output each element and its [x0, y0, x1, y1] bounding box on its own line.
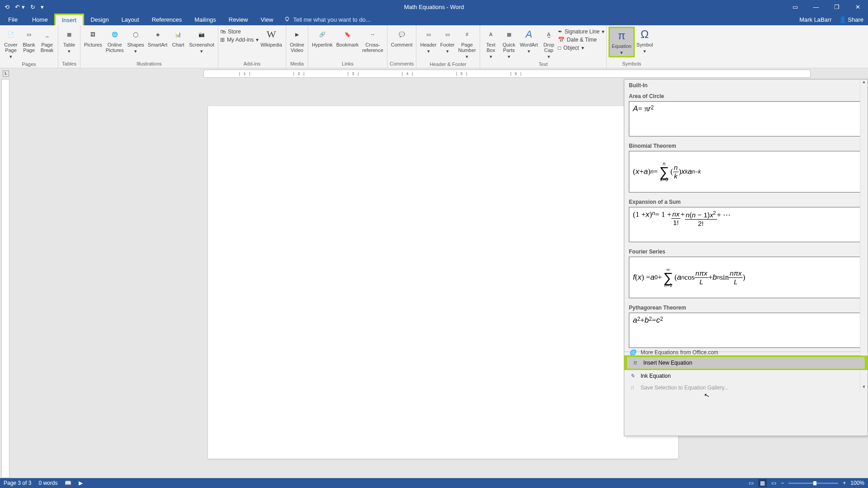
tab-insert[interactable]: Insert	[54, 14, 85, 25]
ribbon-options-icon[interactable]: ▭	[785, 4, 806, 10]
shapes-icon: ◯	[128, 28, 143, 41]
tab-review[interactable]: Review	[222, 14, 255, 25]
screenshot-button[interactable]: 📷Screenshot▾	[187, 27, 216, 55]
web-layout-icon[interactable]: ▭	[771, 480, 776, 486]
equation-button[interactable]: πEquation▾	[609, 27, 634, 57]
bookmark-button[interactable]: 🔖Bookmark	[335, 27, 361, 48]
wikipedia-icon: W	[264, 28, 278, 41]
equation-item-name: Fourier Series	[624, 246, 868, 256]
equation-item[interactable]: f(x) = a0 + ∞∑n=1 (an cos nπxL + bn sin …	[629, 257, 863, 298]
more-equations-button[interactable]: 🌐 More Equations from Office.com ▸	[624, 349, 868, 356]
signature-line-button[interactable]: ✒Signature Line ▾	[558, 28, 604, 35]
tab-references[interactable]: References	[146, 14, 188, 25]
hyperlink-button[interactable]: 🔗Hyperlink	[310, 27, 335, 48]
tab-mailings[interactable]: Mailings	[188, 14, 222, 25]
page-break-button[interactable]: ⎯Page Break	[38, 27, 56, 54]
equation-item[interactable]: a2 + b2 = c2	[629, 313, 863, 348]
equation-item[interactable]: (1 + x)n = 1 + nx1! + n(n − 1)x22! + ⋯	[629, 207, 863, 242]
wordart-icon: A	[522, 28, 536, 41]
wordart-button[interactable]: AWordArt▾	[518, 27, 540, 55]
tab-home[interactable]: Home	[26, 14, 54, 25]
cover-page-button[interactable]: 📄Cover Page▾	[2, 27, 20, 60]
pictures-button[interactable]: 🖼Pictures	[82, 27, 104, 48]
text-box-button[interactable]: AText Box▾	[482, 27, 500, 60]
tab-file[interactable]: File	[0, 14, 26, 25]
restore-button[interactable]: ❐	[826, 4, 847, 10]
close-button[interactable]: ✕	[847, 4, 868, 10]
user-name[interactable]: Mark LaBarr	[799, 16, 832, 23]
footer-button[interactable]: ▭Footer▾	[439, 27, 457, 55]
horizontal-ruler[interactable]: | 1 || 2 || 3 || 4 || 5 || 6 |	[203, 70, 811, 78]
addins-icon: ⊞	[220, 37, 225, 43]
ink-equation-button[interactable]: ✎ Ink Equation	[624, 370, 868, 382]
undo-icon[interactable]: ↶ ▾	[15, 4, 25, 10]
chart-button[interactable]: 📊Chart	[169, 27, 187, 48]
zoom-out-button[interactable]: −	[781, 480, 784, 486]
ribbon-tabs: File Home Insert Design Layout Reference…	[0, 14, 868, 25]
symbol-button[interactable]: ΩSymbol▾	[635, 27, 655, 55]
minimize-button[interactable]: —	[806, 4, 826, 10]
online-pictures-button[interactable]: 🌐Online Pictures	[104, 27, 126, 54]
smartart-button[interactable]: ◈SmartArt	[146, 27, 169, 48]
table-button[interactable]: ▦Table▾	[60, 27, 78, 55]
page-number-button[interactable]: #Page Number▾	[457, 27, 478, 60]
save-icon: π	[629, 385, 636, 391]
tab-design[interactable]: Design	[84, 14, 115, 25]
page-break-icon: ⎯	[40, 28, 54, 41]
bookmark-icon: 🔖	[340, 28, 355, 41]
read-mode-icon[interactable]: ▭	[749, 480, 754, 486]
my-addins-button[interactable]: ⊞My Add-ins ▾	[220, 37, 259, 43]
ink-icon: ✎	[629, 373, 636, 379]
equation-item[interactable]: (x + a)n = n∑k=0 (nk) xkan−k	[629, 151, 863, 192]
drop-cap-button[interactable]: A̲Drop Cap▾	[540, 27, 558, 60]
equation-item-name: Area of Circle	[624, 90, 868, 100]
macro-icon[interactable]: ▶	[79, 480, 83, 486]
print-layout-icon[interactable]: ▦	[758, 479, 767, 487]
qat-customize-icon[interactable]: ▾	[41, 4, 44, 10]
tab-layout[interactable]: Layout	[115, 14, 146, 25]
group-media: ▶Online Video Media	[286, 25, 308, 68]
table-icon: ▦	[62, 28, 76, 41]
page-number-icon: #	[460, 28, 474, 41]
tell-me-search[interactable]: Tell me what you want to do...	[284, 14, 370, 25]
word-count[interactable]: 0 words	[38, 480, 57, 486]
cross-reference-button[interactable]: ↔Cross- reference	[360, 27, 385, 54]
signature-icon: ✒	[558, 28, 562, 35]
object-icon: □	[558, 45, 561, 51]
autosave-icon[interactable]: ⟲	[5, 4, 9, 10]
insert-new-equation-button[interactable]: π Insert New Equation	[624, 356, 868, 370]
header-icon: ▭	[421, 28, 436, 41]
group-links: 🔗Hyperlink 🔖Bookmark ↔Cross- reference L…	[308, 25, 387, 68]
shapes-button[interactable]: ◯Shapes▾	[126, 27, 146, 55]
equation-item[interactable]: A = πr2	[629, 101, 863, 136]
store-button[interactable]: 🛍Store	[220, 28, 259, 35]
date-time-button[interactable]: 📅Date & Time	[558, 37, 604, 43]
header-button[interactable]: ▭Header▾	[418, 27, 438, 55]
zoom-level[interactable]: 100%	[850, 480, 864, 486]
online-video-button[interactable]: ▶Online Video	[288, 27, 306, 54]
scroll-down-icon[interactable]: ▼	[860, 385, 868, 392]
quick-access-toolbar: ⟲ ↶ ▾ ↻ ▾	[0, 0, 44, 14]
spellcheck-icon[interactable]: 📖	[65, 480, 71, 486]
page-count[interactable]: Page 3 of 3	[4, 480, 31, 486]
zoom-in-button[interactable]: +	[843, 480, 846, 486]
equation-item-name: Expansion of a Sum	[624, 196, 868, 206]
vertical-ruler[interactable]	[1, 79, 9, 478]
scroll-up-icon[interactable]: ▲	[860, 80, 868, 87]
pictures-icon: 🖼	[86, 28, 100, 41]
quick-parts-button[interactable]: ▦Quick Parts▾	[500, 27, 518, 60]
blank-page-button[interactable]: ▭Blank Page	[20, 27, 38, 54]
tab-alignment-icon[interactable]: L	[3, 70, 9, 77]
document-page[interactable]	[208, 106, 678, 459]
zoom-slider[interactable]	[788, 483, 838, 484]
object-button[interactable]: □Object ▾	[558, 45, 604, 51]
blank-page-icon: ▭	[22, 28, 36, 41]
dropdown-scrollbar[interactable]: ▲ ▼	[860, 80, 868, 392]
dropcap-icon: A̲	[542, 28, 556, 41]
share-button[interactable]: 👤 Share	[839, 16, 863, 23]
tab-view[interactable]: View	[254, 14, 279, 25]
comment-button[interactable]: 💬Comment	[389, 27, 415, 48]
group-illustrations: 🖼Pictures 🌐Online Pictures ◯Shapes▾ ◈Sma…	[80, 25, 218, 68]
wikipedia-button[interactable]: WWikipedia	[259, 27, 284, 48]
redo-icon[interactable]: ↻	[30, 4, 35, 10]
